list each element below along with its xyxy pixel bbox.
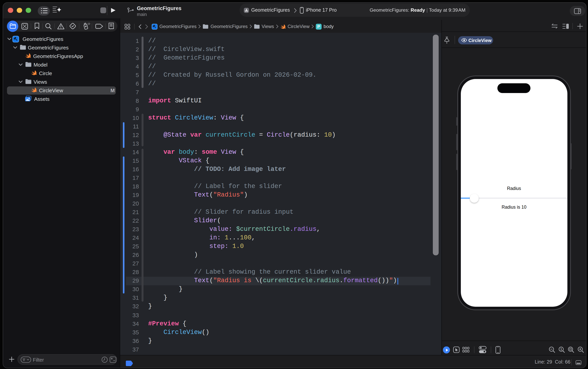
- svg-text:1: 1: [560, 348, 562, 351]
